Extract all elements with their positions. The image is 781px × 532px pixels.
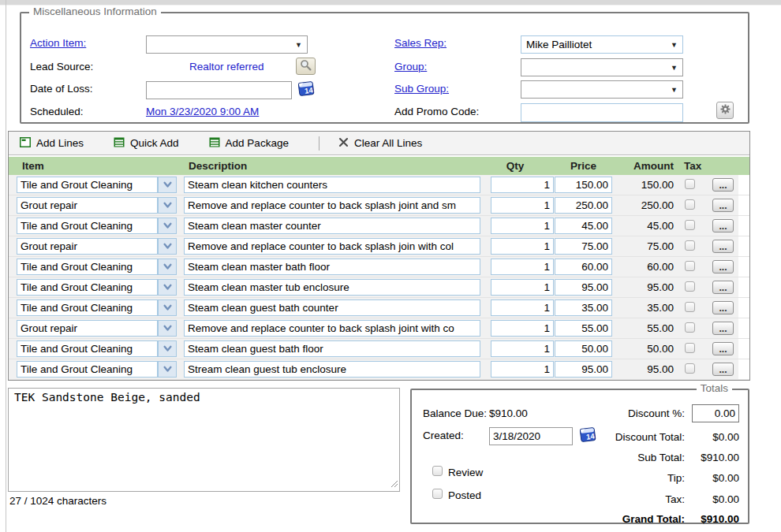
sales-rep-label[interactable]: Sales Rep: [394, 37, 447, 49]
item-input[interactable] [17, 299, 158, 316]
item-dropdown-arrow-icon[interactable] [158, 177, 177, 193]
row-options-button[interactable]: ... [712, 178, 734, 192]
sub-group-select[interactable] [521, 80, 683, 99]
item-input[interactable] [17, 259, 158, 275]
clear-all-lines-button[interactable]: Clear All Lines [338, 137, 422, 150]
item-dropdown-arrow-icon[interactable] [158, 259, 177, 275]
row-options-button[interactable]: ... [712, 219, 734, 233]
quick-add-button[interactable]: Quick Add [114, 137, 179, 150]
tax-checkbox[interactable] [685, 281, 695, 292]
amount-value: 50.00 [604, 343, 674, 355]
item-dropdown-arrow-icon[interactable] [158, 197, 177, 214]
sub-total-label: Sub Total: [566, 452, 685, 463]
description-input[interactable] [184, 238, 480, 255]
quick-add-label: Quick Add [130, 137, 179, 149]
promo-code-input[interactable] [521, 103, 683, 122]
qty-input[interactable] [491, 218, 554, 234]
tax-checkbox[interactable] [685, 363, 695, 374]
item-dropdown-arrow-icon[interactable] [158, 299, 177, 316]
line-items-body: 150.00 ... 250.00 ... 45.00 ... [9, 175, 749, 380]
add-package-button[interactable]: Add Package [209, 137, 289, 150]
row-options-button[interactable]: ... [712, 342, 734, 355]
item-dropdown-arrow-icon[interactable] [158, 340, 177, 357]
row-options-button[interactable]: ... [712, 240, 734, 253]
amount-value: 45.00 [604, 220, 674, 232]
resize-handle-icon[interactable] [390, 478, 398, 490]
row-options-button[interactable]: ... [712, 260, 734, 273]
tax-checkbox[interactable] [685, 302, 695, 312]
discount-pct-input[interactable] [692, 404, 739, 422]
item-input[interactable] [17, 197, 158, 214]
item-input[interactable] [17, 320, 158, 337]
scheduled-label: Scheduled: [30, 106, 84, 117]
description-input[interactable] [184, 279, 480, 296]
group-label[interactable]: Group: [394, 61, 427, 73]
group-select[interactable] [521, 58, 683, 76]
posted-checkbox[interactable] [432, 489, 443, 499]
item-dropdown-arrow-icon[interactable] [158, 320, 177, 337]
row-options-button[interactable]: ... [712, 363, 734, 376]
tax-checkbox[interactable] [685, 322, 695, 333]
action-item-label[interactable]: Action Item: [30, 37, 86, 49]
description-input[interactable] [184, 299, 480, 316]
gear-icon [719, 103, 731, 117]
description-input[interactable] [184, 259, 480, 275]
description-input[interactable] [184, 218, 480, 234]
add-lines-icon [20, 137, 31, 150]
qty-input[interactable] [491, 259, 554, 275]
qty-input[interactable] [491, 197, 554, 214]
date-of-loss-calendar-icon[interactable]: 14 [297, 80, 315, 99]
table-row: 55.00 ... [9, 318, 749, 339]
amount-value: 35.00 [604, 302, 674, 314]
tax-checkbox[interactable] [685, 261, 695, 271]
row-options-button[interactable]: ... [712, 322, 734, 335]
review-checkbox[interactable] [432, 466, 443, 476]
item-dropdown-arrow-icon[interactable] [158, 279, 177, 296]
date-of-loss-input[interactable] [146, 81, 292, 99]
item-input[interactable] [17, 279, 158, 296]
qty-input[interactable] [491, 320, 554, 337]
item-dropdown-arrow-icon[interactable] [158, 238, 177, 255]
description-input[interactable] [184, 177, 480, 193]
item-dropdown-arrow-icon[interactable] [158, 361, 177, 378]
totals-legend: Totals [697, 382, 732, 394]
grand-total-label: Grand Total: [566, 513, 685, 525]
description-input[interactable] [184, 361, 480, 378]
qty-input[interactable] [491, 361, 554, 378]
amount-value: 250.00 [604, 199, 674, 211]
row-options-button[interactable]: ... [712, 281, 734, 294]
tax-checkbox[interactable] [685, 240, 695, 251]
row-options-button[interactable]: ... [712, 301, 734, 314]
tip-value: $0.00 [689, 472, 739, 484]
qty-input[interactable] [491, 238, 554, 255]
tax-checkbox[interactable] [685, 220, 695, 230]
tax-checkbox[interactable] [685, 343, 695, 353]
item-input[interactable] [17, 238, 158, 255]
sub-group-label[interactable]: Sub Group: [394, 83, 449, 95]
item-input[interactable] [17, 218, 158, 234]
created-date-input[interactable] [489, 427, 573, 445]
scheduled-link[interactable]: Mon 3/23/2020 9:00 AM [146, 106, 259, 117]
sales-rep-select[interactable]: Mike Pailliotet [521, 35, 683, 54]
qty-input[interactable] [491, 177, 554, 193]
qty-input[interactable] [491, 299, 554, 316]
add-lines-button[interactable]: Add Lines [20, 137, 84, 150]
description-input[interactable] [184, 340, 480, 357]
tax-checkbox[interactable] [685, 199, 695, 210]
item-input[interactable] [17, 177, 158, 193]
row-options-button[interactable]: ... [712, 199, 734, 212]
qty-input[interactable] [491, 340, 554, 357]
action-item-select[interactable] [146, 35, 308, 54]
promo-settings-button[interactable] [716, 102, 734, 119]
qty-input[interactable] [491, 279, 554, 296]
item-dropdown-arrow-icon[interactable] [158, 218, 177, 234]
lead-source-search-button[interactable] [296, 58, 316, 75]
description-input[interactable] [184, 197, 480, 214]
notes-textarea[interactable]: TEK Sandstone Beige, sanded [8, 388, 400, 492]
description-input[interactable] [184, 320, 480, 337]
item-input[interactable] [17, 361, 158, 378]
clear-all-lines-label: Clear All Lines [354, 137, 422, 149]
tax-checkbox[interactable] [685, 179, 695, 189]
left-border-line [6, 0, 6, 532]
item-input[interactable] [17, 340, 158, 357]
